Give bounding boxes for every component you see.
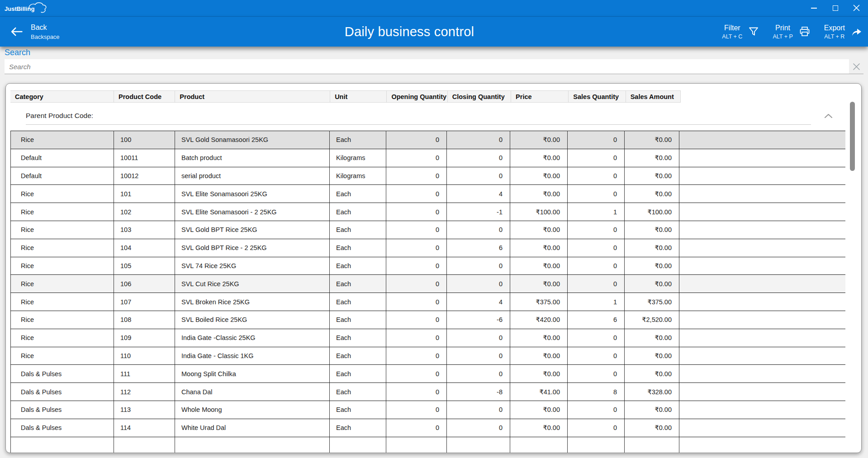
cell-opening: 0 — [386, 167, 447, 185]
cell-code: 104 — [114, 239, 175, 257]
table-row[interactable]: Default10011Batch productKilograms00₹0.0… — [11, 149, 846, 167]
table-row[interactable]: Rice108SVL Boiled Rice 25KGEach0-6₹420.0… — [11, 311, 846, 329]
cell-closing: 0 — [447, 365, 510, 383]
table-row[interactable]: Rice103SVL Gold BPT Rice 25KGEach00₹0.00… — [11, 221, 846, 239]
filter-button[interactable]: Filter ALT + C — [722, 24, 759, 40]
column-header[interactable]: Unit — [330, 91, 387, 103]
cell-opening: 0 — [386, 401, 447, 419]
cell-category — [11, 437, 114, 453]
cell-unit: Each — [330, 221, 386, 239]
table-row[interactable]: Rice110India Gate - Classic 1KGEach00₹0.… — [11, 347, 846, 365]
cell-price: ₹41.00 — [510, 383, 568, 401]
table-row[interactable]: Dals & Pulses113Whole MoongEach00₹0.000₹… — [11, 401, 846, 419]
column-header[interactable]: Opening Quantity — [387, 91, 447, 103]
table-row[interactable]: Rice106SVL Cut Rice 25KGEach00₹0.000₹0.0… — [11, 275, 846, 293]
cell-sales_qty — [568, 437, 625, 453]
cell-unit: Each — [330, 383, 386, 401]
cell-sales_amount: ₹0.00 — [625, 347, 679, 365]
cell-unit: Each — [330, 347, 386, 365]
table-row[interactable]: Rice107SVL Broken Rice 25KGEach04₹375.00… — [11, 293, 846, 311]
table-row[interactable]: Rice102SVL Elite Sonamasoori - 2 25KGEac… — [11, 203, 846, 221]
table-row[interactable]: Rice100SVL Gold Sonamasoori 25KGEach00₹0… — [11, 131, 846, 149]
clear-search-icon — [853, 63, 860, 71]
cell-product: SVL Elite Sonamasoori 25KG — [175, 185, 330, 203]
cell-product: SVL Boiled Rice 25KG — [175, 311, 330, 329]
cell-category: Default — [11, 149, 114, 167]
column-header[interactable]: Sales Amount — [626, 91, 680, 103]
cell-sales_qty: 0 — [568, 419, 625, 437]
cell-product: SVL Gold Sonamasoori 25KG — [175, 131, 330, 149]
cell-spacer — [679, 203, 846, 221]
table-body: Rice100SVL Gold Sonamasoori 25KGEach00₹0… — [11, 131, 846, 453]
cell-unit: Each — [330, 203, 386, 221]
cell-product: Whole Moong — [175, 401, 330, 419]
cell-sales_qty: 8 — [568, 383, 625, 401]
search-input[interactable] — [5, 59, 849, 74]
minimize-button[interactable] — [803, 0, 825, 16]
column-header[interactable]: Product — [175, 91, 330, 103]
table-row[interactable]: Default10012serial productKilograms00₹0.… — [11, 167, 846, 185]
cell-opening — [386, 437, 447, 453]
minimize-icon — [811, 8, 817, 9]
cell-opening: 0 — [386, 365, 447, 383]
cell-unit: Each — [330, 401, 386, 419]
table-row[interactable]: Rice109India Gate -Classic 25KGEach00₹0.… — [11, 329, 846, 347]
column-header[interactable]: Product Code — [114, 91, 175, 103]
clear-search-button[interactable] — [849, 59, 863, 74]
column-header[interactable]: Closing Quantity — [447, 91, 511, 103]
cell-closing: -6 — [447, 311, 510, 329]
cell-closing: -8 — [447, 383, 510, 401]
cell-category: Rice — [11, 239, 114, 257]
cell-closing: 4 — [447, 185, 510, 203]
cell-product: White Urad Dal — [175, 419, 330, 437]
table-header-row: CategoryProduct CodeProductUnitOpening Q… — [10, 91, 681, 103]
cell-sales_qty: 0 — [568, 185, 625, 203]
cell-opening: 0 — [386, 293, 447, 311]
cell-opening: 0 — [386, 347, 447, 365]
table-row[interactable]: Dals & Pulses111Moong Split ChilkaEach00… — [11, 365, 846, 383]
cell-sales_qty: 0 — [568, 347, 625, 365]
cell-sales_qty: 0 — [568, 275, 625, 293]
cell-sales_qty: 0 — [568, 221, 625, 239]
cell-code: 105 — [114, 257, 175, 275]
cell-category: Rice — [11, 347, 114, 365]
cell-code — [114, 437, 175, 453]
cell-spacer — [679, 383, 846, 401]
cell-closing: 0 — [447, 401, 510, 419]
print-button[interactable]: Print ALT + P — [773, 24, 810, 40]
cell-price: ₹0.00 — [510, 221, 568, 239]
cell-price: ₹100.00 — [510, 203, 568, 221]
filter-text: Filter ALT + C — [722, 24, 742, 40]
vertical-scrollbar-thumb[interactable] — [850, 102, 855, 171]
cell-closing: 0 — [447, 329, 510, 347]
cell-price: ₹0.00 — [510, 131, 568, 149]
table-row[interactable] — [11, 437, 846, 453]
cell-unit: Each — [330, 257, 386, 275]
cell-price: ₹0.00 — [510, 149, 568, 167]
close-button[interactable] — [846, 0, 867, 16]
cell-opening: 0 — [386, 185, 447, 203]
cell-price: ₹420.00 — [510, 311, 568, 329]
collapse-group-button[interactable] — [818, 109, 838, 123]
maximize-button[interactable] — [825, 0, 846, 16]
export-button[interactable]: Export ALT + R — [824, 24, 863, 40]
cell-closing: 0 — [447, 149, 510, 167]
table-row[interactable]: Rice104SVL Gold BPT Rice - 2 25KGEach06₹… — [11, 239, 846, 257]
column-header[interactable]: Sales Quantity — [569, 91, 626, 103]
cell-closing — [447, 437, 510, 453]
table-row[interactable]: Rice105SVL 74 Rice 25KGEach00₹0.000₹0.00 — [11, 257, 846, 275]
cell-spacer — [679, 437, 846, 453]
column-header[interactable]: Category — [10, 91, 114, 103]
table-row[interactable]: Rice101SVL Elite Sonamasoori 25KGEach04₹… — [11, 185, 846, 203]
cell-sales_amount: ₹0.00 — [625, 275, 679, 293]
cell-sales_amount: ₹0.00 — [625, 221, 679, 239]
cell-sales_amount: ₹0.00 — [625, 365, 679, 383]
cell-unit: Each — [330, 239, 386, 257]
column-header[interactable]: Price — [511, 91, 569, 103]
table-row[interactable]: Dals & Pulses114White Urad DalEach00₹0.0… — [11, 419, 846, 437]
cell-category: Rice — [11, 329, 114, 347]
cell-sales_amount: ₹0.00 — [625, 239, 679, 257]
cell-sales_amount: ₹0.00 — [625, 185, 679, 203]
table-row[interactable]: Dals & Pulses112Chana DalEach0-8₹41.008₹… — [11, 383, 846, 401]
cell-unit: Each — [330, 329, 386, 347]
